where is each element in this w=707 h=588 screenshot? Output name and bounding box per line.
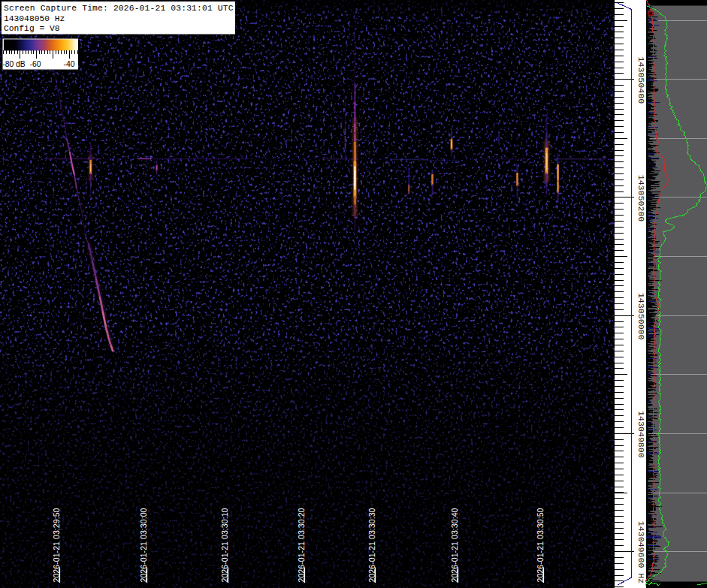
svg-text:Screen Capture Time: 2026-01-2: Screen Capture Time: 2026-01-21 03:31:01…: [4, 4, 234, 13]
svg-text:143050000: 143050000: [636, 293, 646, 340]
svg-text:143049800: 143049800: [636, 411, 646, 458]
svg-text:143050400: 143050400: [636, 57, 646, 104]
svg-text:-80 dB: -80 dB: [2, 60, 26, 68]
svg-text:143048050 Hz: 143048050 Hz: [4, 14, 65, 23]
svg-text:-40: -40: [64, 60, 75, 68]
svg-text:-60: -60: [30, 60, 41, 68]
svg-text:Config = V8: Config = V8: [4, 24, 60, 33]
svg-text:143049600 Hz: 143049600 Hz: [636, 521, 646, 584]
svg-text:143050200: 143050200: [636, 175, 646, 222]
